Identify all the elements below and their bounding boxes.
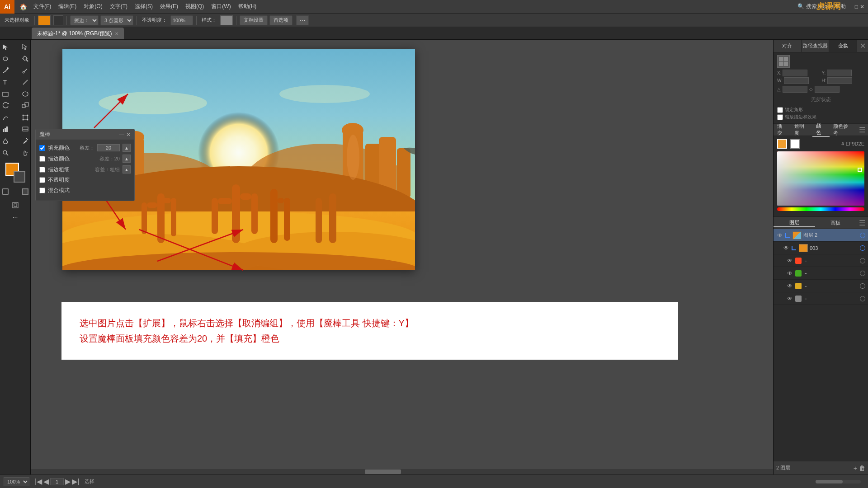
selection-tool[interactable] [0,42,15,52]
brush-type-select[interactable]: 3 点圆形 [100,15,133,25]
layer-red-visibility[interactable]: 👁 [786,257,793,264]
pen-tool[interactable] [0,65,15,76]
document-tab[interactable]: 未标题-1* @ 100% (RGB/预览) ✕ [32,28,124,39]
minimize-btn[interactable]: — [848,4,853,10]
menu-select[interactable]: 选择(S) [131,0,156,13]
layer-2-expand-icon[interactable] [785,233,790,238]
layer-2-visibility[interactable]: 👁 [776,232,783,239]
tab-gradient[interactable]: 渐变 [774,123,791,136]
maximize-btn[interactable]: □ [855,4,858,10]
layer-green-visibility[interactable]: 👁 [786,270,793,277]
tab-layers[interactable]: 图层 [774,219,815,227]
home-icon[interactable]: 🏠 [16,0,30,14]
page-input[interactable] [50,478,64,485]
rectangle-tool[interactable] [0,89,15,99]
tab-artboards[interactable]: 画板 [815,220,857,226]
layers-panel-menu[interactable]: ☰ [856,219,868,227]
color-panel-menu[interactable]: ☰ [856,126,868,134]
page-prev[interactable]: ◀ [43,477,49,486]
menu-text[interactable]: 文字(T) [106,0,131,13]
tab-color[interactable]: 颜色 [812,122,830,137]
transform-grid-icon[interactable] [777,55,790,68]
zoom-tool[interactable] [0,147,15,158]
style-swatch[interactable] [220,15,233,25]
angle-input[interactable] [783,86,807,93]
close-right-panel[interactable]: ✕ [857,40,868,52]
menu-effect[interactable]: 效果(E) [156,0,182,13]
doc-settings-btn[interactable]: 文档设置 [240,15,268,25]
menu-object[interactable]: 对象(O) [80,0,106,13]
warp-tool[interactable] [0,112,15,123]
toolbar-extra[interactable]: ⋯ [296,15,309,25]
stroke-color-arrow[interactable]: ▲ [123,155,131,163]
graph-tool[interactable] [0,124,15,135]
artboard-tool[interactable] [6,200,25,211]
layer-item-gray[interactable]: 👁 ··· [774,292,868,305]
stroke-swatch[interactable] [790,139,800,149]
fill-tolerance-up[interactable]: ▲ [123,144,131,152]
tab-pathfinder[interactable]: 路径查找器 [802,40,830,52]
delete-layer-btn[interactable]: 🗑 [859,465,865,472]
layer-item-green[interactable]: 👁 ··· [774,267,868,280]
screen-mode-normal[interactable] [0,186,15,197]
tab-align[interactable]: 对齐 [774,40,802,52]
fill-swatch[interactable] [777,139,787,149]
preferences-btn[interactable]: 首选项 [269,15,292,25]
layer-item-003[interactable]: 👁 003 [774,242,868,254]
close-btn[interactable]: ✕ [860,4,864,10]
tab-transparency[interactable]: 透明度 [791,123,812,136]
page-prev-prev[interactable]: |◀ [35,477,42,486]
layer-003-visibility[interactable]: 👁 [783,244,790,252]
stroke-width-arrow[interactable]: ▲ [123,165,131,174]
layer-gray-visibility[interactable]: 👁 [786,295,793,302]
color-cursor[interactable] [858,168,862,172]
type-tool[interactable]: T [0,77,15,88]
rotate-tool[interactable] [0,100,15,111]
page-next-next[interactable]: ▶| [72,477,79,486]
magic-panel-close[interactable]: ✕ [126,131,131,138]
fill-color-swatch[interactable] [38,15,51,25]
layer-item-red[interactable]: 👁 ··· [774,254,868,267]
x-input[interactable] [783,70,807,76]
layer-item-yellow[interactable]: 👁 ··· [774,280,868,292]
opacity-checkbox[interactable] [39,177,45,183]
horizontal-scrollbar[interactable] [31,469,773,474]
fill-tolerance-input[interactable] [97,144,120,151]
page-next[interactable]: ▶ [65,477,71,486]
menu-help[interactable]: 帮助(H) [235,0,260,13]
stroke-width-checkbox[interactable] [39,167,45,173]
layer-item-2[interactable]: 👁 图层 2 [774,229,868,242]
fill-color-checkbox[interactable] [39,145,45,151]
hue-slider[interactable] [777,207,864,211]
more-tools[interactable]: ··· [6,211,25,222]
tab-transform[interactable]: 变换 [829,40,857,52]
scale-stroke-checkbox[interactable] [777,114,783,120]
layer-003-expand-icon[interactable] [792,246,796,250]
magic-panel-title-bar[interactable]: 魔棒 — ✕ [36,129,134,140]
background-color[interactable] [14,171,25,183]
h-input[interactable] [827,77,852,84]
stroke-color-checkbox[interactable] [39,156,45,162]
layer-yellow-visibility[interactable]: 👁 [786,282,793,290]
tab-color-ref[interactable]: 颜色参考 [830,123,856,136]
scrollbar-thumb[interactable] [365,469,401,474]
menu-file[interactable]: 文件(F) [30,0,55,13]
zoom-select[interactable]: 100% [4,477,29,486]
color-selector[interactable] [5,163,25,183]
menu-window[interactable]: 窗口(W) [208,0,234,13]
paintbucket-tool[interactable] [0,136,15,146]
tab-close-btn[interactable]: ✕ [115,31,118,36]
color-spectrum[interactable] [777,151,864,206]
magic-panel-min[interactable]: — [119,131,124,138]
menu-edit[interactable]: 编辑(E) [55,0,80,13]
w-input[interactable] [784,77,809,84]
shear-input[interactable] [815,86,840,93]
new-layer-btn[interactable]: + [854,465,857,472]
constrain-proportions-checkbox[interactable] [777,107,783,113]
lasso-tool[interactable] [0,53,15,64]
stroke-color-swatch[interactable] [53,15,63,25]
y-input[interactable] [827,70,852,76]
menu-view[interactable]: 视图(Q) [182,0,208,13]
opacity-input[interactable] [170,15,193,25]
blend-mode-select[interactable]: 擦边： [70,15,99,25]
